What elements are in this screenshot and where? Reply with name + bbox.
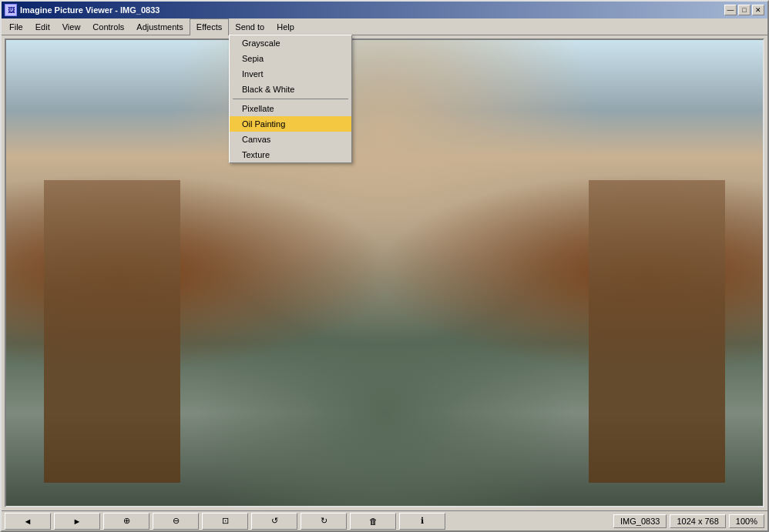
- menu-bar: File Edit View Controls Adjustments Effe…: [2, 18, 767, 35]
- effect-canvas[interactable]: Canvas: [230, 132, 351, 147]
- fit-button[interactable]: ⊡: [202, 513, 248, 530]
- building-column-left: [44, 180, 180, 483]
- menu-item-effects[interactable]: Effects: [190, 18, 229, 35]
- window-title: Imagine Picture Viewer - IMG_0833: [20, 5, 160, 15]
- next-button[interactable]: ►: [54, 513, 100, 530]
- effect-texture[interactable]: Texture: [230, 147, 351, 162]
- close-button[interactable]: ✕: [752, 5, 764, 15]
- effect-oil-painting[interactable]: Oil Painting: [230, 116, 351, 132]
- prev-button[interactable]: ◄: [5, 513, 51, 530]
- title-bar-left: 🖼 Imagine Picture Viewer - IMG_0833: [5, 4, 160, 16]
- menu-item-edit[interactable]: Edit: [29, 18, 56, 35]
- building-column-right: [589, 180, 725, 483]
- effect-invert[interactable]: Invert: [230, 66, 351, 82]
- menu-item-adjustments[interactable]: Adjustments: [130, 18, 190, 35]
- effect-pixellate[interactable]: Pixellate: [230, 101, 351, 116]
- app-icon: 🖼: [5, 4, 17, 16]
- effect-black-white[interactable]: Black & White: [230, 82, 351, 97]
- status-zoom: 100%: [729, 514, 764, 528]
- menu-separator: [233, 99, 348, 99]
- menu-item-controls[interactable]: Controls: [86, 18, 130, 35]
- zoom-out-button[interactable]: ⊖: [153, 513, 199, 530]
- effects-dropdown: Grayscale Sepia Invert Black & White Pix…: [229, 35, 352, 163]
- menu-item-help[interactable]: Help: [270, 18, 301, 35]
- rotate-left-button[interactable]: ↺: [251, 513, 297, 530]
- menu-item-file[interactable]: File: [3, 18, 29, 35]
- menu-item-view[interactable]: View: [56, 18, 87, 35]
- image-container: [5, 38, 764, 507]
- content-area: [2, 35, 767, 510]
- status-dimensions: 1024 x 768: [670, 514, 725, 528]
- bottom-toolbar: ◄ ► ⊕ ⊖ ⊡ ↺ ↻ 🗑 ℹ IMG_0833 1024 x 768 10…: [2, 510, 767, 530]
- main-window: 🖼 Imagine Picture Viewer - IMG_0833 — □ …: [0, 0, 769, 532]
- status-filename: IMG_0833: [613, 514, 667, 528]
- title-buttons: — □ ✕: [724, 5, 764, 15]
- info-button[interactable]: ℹ: [399, 513, 445, 530]
- image-display: [6, 40, 763, 506]
- delete-button[interactable]: 🗑: [350, 513, 396, 530]
- title-bar: 🖼 Imagine Picture Viewer - IMG_0833 — □ …: [2, 2, 767, 18]
- maximize-button[interactable]: □: [738, 5, 751, 15]
- effect-sepia[interactable]: Sepia: [230, 51, 351, 66]
- effect-grayscale[interactable]: Grayscale: [230, 35, 351, 51]
- zoom-in-button[interactable]: ⊕: [103, 513, 149, 530]
- rotate-right-button[interactable]: ↻: [301, 513, 347, 530]
- minimize-button[interactable]: —: [724, 5, 737, 15]
- menu-item-sendto[interactable]: Send to: [229, 18, 270, 35]
